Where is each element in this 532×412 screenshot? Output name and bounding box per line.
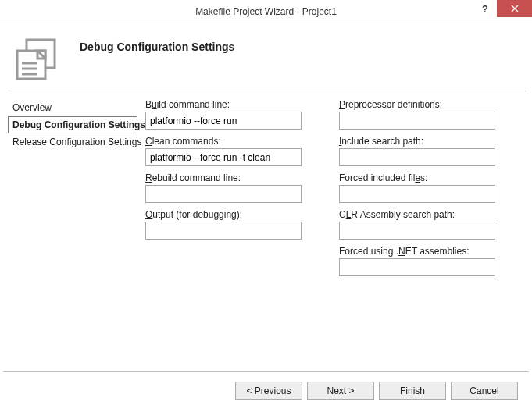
forced-using-net-input[interactable]: [339, 258, 495, 276]
output-input[interactable]: [145, 222, 302, 240]
form-left-column: Build command line: Clean commands: Rebu…: [145, 99, 302, 371]
wizard-header: Debug Configuration Settings: [0, 23, 532, 91]
form-area: Build command line: Clean commands: Rebu…: [145, 99, 526, 371]
close-button[interactable]: [497, 0, 532, 17]
build-command-input[interactable]: [145, 112, 302, 130]
forced-included-input[interactable]: [339, 185, 495, 203]
finish-button[interactable]: Finish: [379, 382, 446, 400]
page-title: Debug Configuration Settings: [80, 39, 234, 53]
sidebar-item-release-config[interactable]: Release Configuration Settings: [8, 133, 137, 151]
include-search-input[interactable]: [339, 148, 495, 166]
cancel-button[interactable]: Cancel: [451, 382, 518, 400]
output-label: Output (for debugging):: [145, 209, 302, 220]
titlebar-controls: ?: [473, 0, 532, 23]
preprocessor-label: Preprocessor definitions:: [339, 99, 495, 110]
wizard-page-icon: [14, 37, 58, 80]
close-icon: [511, 5, 519, 12]
sidebar-item-overview[interactable]: Overview: [8, 99, 137, 116]
forced-using-net-label: Forced using .NET assemblies:: [339, 246, 495, 257]
content-area: Debug Configuration Settings Overview De…: [0, 23, 532, 412]
previous-button[interactable]: < Previous: [235, 382, 302, 400]
help-button[interactable]: ?: [473, 0, 497, 17]
wizard-body: Overview Debug Configuration Settings Re…: [0, 91, 532, 371]
preprocessor-input[interactable]: [339, 112, 495, 130]
wizard-footer: < Previous Next > Finish Cancel: [3, 371, 529, 409]
clean-commands-input[interactable]: [145, 148, 302, 166]
rebuild-command-input[interactable]: [145, 185, 302, 203]
window-title: Makefile Project Wizard - Project1: [195, 6, 337, 17]
include-search-label: Include search path:: [339, 136, 495, 147]
forced-included-label: Forced included files:: [339, 172, 495, 183]
build-command-label: Build command line:: [145, 99, 302, 110]
clean-commands-label: Clean commands:: [145, 136, 302, 147]
clr-assembly-label: CLR Assembly search path:: [339, 209, 495, 220]
clr-assembly-input[interactable]: [339, 222, 495, 240]
wizard-sidebar: Overview Debug Configuration Settings Re…: [8, 99, 137, 371]
titlebar: Makefile Project Wizard - Project1 ?: [0, 0, 532, 23]
next-button[interactable]: Next >: [307, 382, 374, 400]
form-right-column: Preprocessor definitions: Include search…: [339, 99, 495, 371]
sidebar-item-debug-config[interactable]: Debug Configuration Settings: [8, 116, 137, 133]
rebuild-command-label: Rebuild command line:: [145, 172, 302, 183]
